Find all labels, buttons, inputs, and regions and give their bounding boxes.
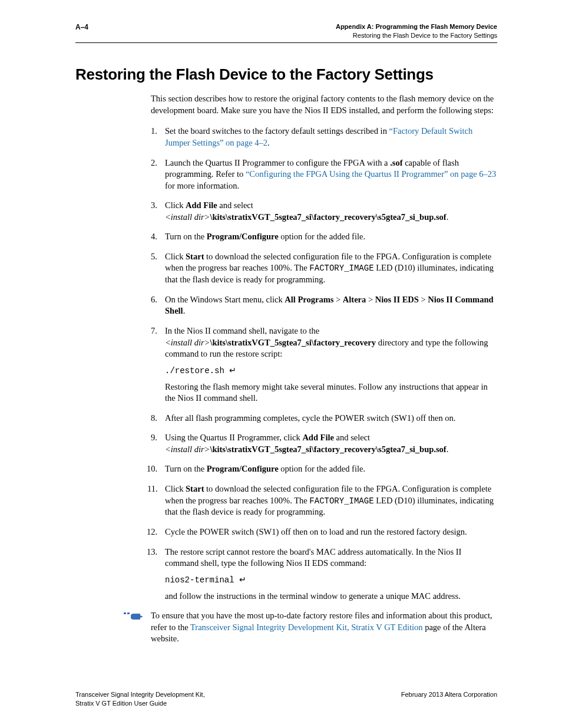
command-restore: ./restore.sh ↵ <box>165 365 497 377</box>
step-2: Launch the Quartus II Programmer to conf… <box>151 157 497 192</box>
step-11: Click Start to download the selected con… <box>151 483 497 518</box>
intro-paragraph: This section describes how to restore th… <box>151 93 497 116</box>
enter-icon: ↵ <box>239 575 246 584</box>
page-header: A–4 Appendix A: Programming the Flash Me… <box>75 22 497 43</box>
link-configuring-fpga[interactable]: “Configuring the FPGA Using the Quartus … <box>246 169 496 179</box>
header-subtitle: Restoring the Flash Device to the Factor… <box>336 31 497 40</box>
header-right: Appendix A: Programming the Flash Memory… <box>336 22 497 40</box>
header-appendix: Appendix A: Programming the Flash Memory… <box>336 22 497 31</box>
page-number: A–4 <box>75 22 88 40</box>
svg-rect-0 <box>124 612 126 614</box>
page: A–4 Appendix A: Programming the Flash Me… <box>0 0 562 728</box>
step-12: Cycle the POWER switch (SW1) off then on… <box>151 526 497 538</box>
footer-left: Transceiver Signal Integrity Development… <box>75 690 205 708</box>
steps-list: Set the board switches to the factory de… <box>151 126 497 602</box>
hand-pointer-icon <box>123 611 145 622</box>
step-9: Using the Quartus II Programmer, click A… <box>151 432 497 455</box>
section-title: Restoring the Flash Device to the Factor… <box>75 64 497 85</box>
step-7: In the Nios II command shell, navigate t… <box>151 325 497 404</box>
step-10: Turn on the Program/Configure option for… <box>151 463 497 475</box>
svg-rect-1 <box>127 612 130 614</box>
step-6: On the Windows Start menu, click All Pro… <box>151 294 497 317</box>
link-dev-kit-page[interactable]: Transceiver Signal Integrity Development… <box>190 622 423 632</box>
info-note: To ensure that you have the most up-to-d… <box>123 610 497 645</box>
step-8: After all flash programming completes, c… <box>151 413 497 424</box>
command-nios2: nios2-terminal ↵ <box>165 574 497 586</box>
enter-icon: ↵ <box>229 365 236 375</box>
step-5: Click Start to download the selected con… <box>151 251 497 286</box>
step-4: Turn on the Program/Configure option for… <box>151 231 497 243</box>
step-3: Click Add File and select <install dir>\… <box>151 200 497 223</box>
footer-right: February 2013 Altera Corporation <box>401 690 497 708</box>
step-7-note: Restoring the flash memory might take se… <box>165 381 497 404</box>
step-13: The restore script cannot restore the bo… <box>151 546 497 602</box>
step-1: Set the board switches to the factory de… <box>151 126 497 149</box>
page-footer: Transceiver Signal Integrity Development… <box>75 690 497 708</box>
